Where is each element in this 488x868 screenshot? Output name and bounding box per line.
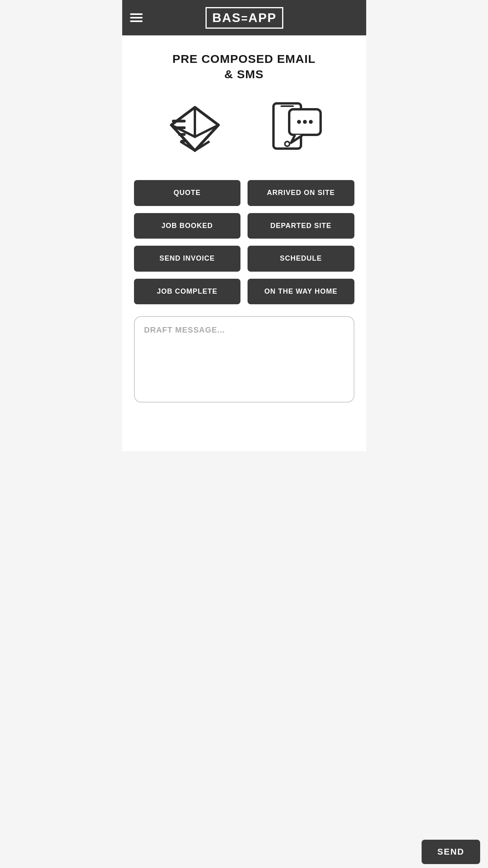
svg-point-16 (309, 120, 313, 124)
svg-point-14 (297, 120, 301, 124)
page-title: PRE COMPOSED EMAIL & SMS (134, 51, 354, 82)
quote-button[interactable]: QUOTE (134, 180, 241, 206)
draft-message-input[interactable] (134, 316, 354, 403)
on-the-way-home-button[interactable]: ON THE WAY HOME (248, 279, 354, 305)
job-complete-button[interactable]: JOB COMPLETE (134, 279, 241, 305)
sms-icon-wrapper (250, 97, 345, 160)
svg-line-5 (195, 125, 218, 137)
draft-message-container (134, 316, 354, 404)
icons-row (134, 97, 354, 160)
hamburger-menu-button[interactable] (130, 13, 143, 22)
job-booked-button[interactable]: JOB BOOKED (134, 213, 241, 239)
logo-text: BAS=APP (212, 11, 277, 25)
logo-box: BAS=APP (205, 7, 283, 29)
sms-icon (266, 97, 328, 160)
app-header: BAS=APP (122, 0, 366, 35)
svg-point-15 (303, 120, 307, 124)
arrived-on-site-button[interactable]: ARRIVED ON SITE (248, 180, 354, 206)
departed-site-button[interactable]: DEPARTED SITE (248, 213, 354, 239)
svg-point-11 (285, 142, 290, 146)
main-content: PRE COMPOSED EMAIL & SMS (122, 35, 366, 451)
action-buttons-grid: QUOTE ARRIVED ON SITE JOB BOOKED DEPARTE… (134, 180, 354, 304)
logo-container: BAS=APP (150, 7, 339, 29)
schedule-button[interactable]: SCHEDULE (248, 246, 354, 272)
email-icon-wrapper (143, 97, 238, 160)
email-icon (160, 97, 222, 160)
send-invoice-button[interactable]: SEND INVOICE (134, 246, 241, 272)
